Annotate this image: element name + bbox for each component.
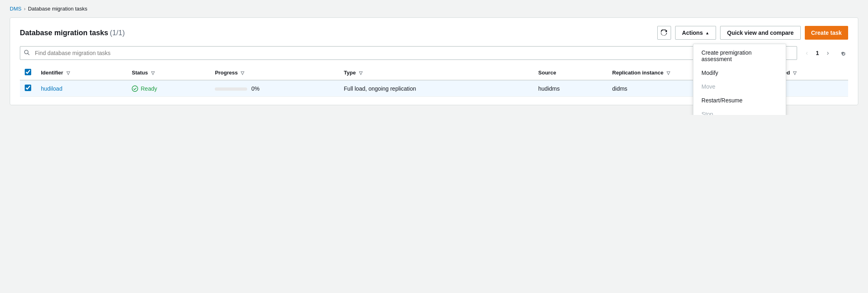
- quick-view-label: Quick view and compare: [727, 30, 793, 36]
- row-type-cell: Full load, ongoing replication: [339, 80, 534, 97]
- actions-chevron-icon: ▲: [705, 31, 709, 35]
- panel-title-text: Database migration tasks: [20, 29, 108, 37]
- refresh-button[interactable]: [657, 26, 671, 40]
- pagination-prev-button[interactable]: ‹: [801, 47, 812, 59]
- row-replication-value: didms: [612, 85, 627, 92]
- create-task-label: Create task: [811, 30, 842, 36]
- menu-item-restart-resume[interactable]: Restart/Resume: [693, 93, 786, 107]
- main-panel: Database migration tasks (1/1) Actions ▲…: [10, 17, 858, 105]
- menu-item-stop: Stop: [693, 107, 786, 115]
- row-source-value: hudidms: [538, 85, 560, 92]
- pagination: ‹ 1 ›: [801, 47, 848, 59]
- refresh-icon: [661, 30, 667, 36]
- actions-dropdown-menu: Create premigration assessment Modify Mo…: [693, 44, 786, 115]
- col-replication-sort-icon: ▽: [667, 70, 670, 76]
- pagination-page-number: 1: [816, 50, 819, 56]
- svg-point-2: [132, 86, 138, 91]
- gear-icon: [839, 50, 846, 56]
- row-status-value: Ready: [132, 85, 205, 92]
- row-identifier-cell: hudiload: [36, 80, 127, 97]
- col-status-sort-icon: ▽: [151, 70, 154, 76]
- col-progress-label: Progress: [215, 70, 237, 76]
- col-replication-label: Replication instance: [612, 70, 663, 76]
- actions-label: Actions: [682, 30, 703, 36]
- menu-item-modify[interactable]: Modify: [693, 66, 786, 80]
- row-progress-label: 0%: [251, 85, 259, 92]
- row-progress-bar: [215, 87, 247, 91]
- header-actions: Actions ▲ Create premigration assessment…: [657, 26, 848, 40]
- breadcrumb-separator: ›: [24, 6, 26, 12]
- create-task-button[interactable]: Create task: [805, 26, 849, 40]
- breadcrumb-dms-link[interactable]: DMS: [10, 6, 21, 12]
- row-status-cell: Ready: [127, 80, 210, 97]
- menu-item-create-premigration[interactable]: Create premigration assessment: [693, 46, 786, 66]
- col-type: Type ▽: [339, 66, 534, 80]
- menu-item-move: Move: [693, 80, 786, 93]
- search-icon: [24, 50, 30, 57]
- select-all-header: [20, 66, 36, 80]
- quick-view-button[interactable]: Quick view and compare: [720, 26, 800, 40]
- panel-header: Database migration tasks (1/1) Actions ▲…: [20, 26, 848, 40]
- row-status-text: Ready: [141, 85, 157, 92]
- row-type-value: Full load, ongoing replication: [344, 85, 416, 92]
- col-type-label: Type: [344, 70, 356, 76]
- col-identifier: Identifier ▽: [36, 66, 127, 80]
- breadcrumb: DMS › Database migration tasks: [0, 0, 868, 17]
- col-type-sort-icon: ▽: [359, 70, 362, 76]
- actions-button[interactable]: Actions ▲: [675, 26, 716, 40]
- col-status: Status ▽: [127, 66, 210, 80]
- col-status-label: Status: [132, 70, 148, 76]
- col-source-label: Source: [538, 70, 556, 76]
- panel-title: Database migration tasks (1/1): [20, 29, 125, 37]
- pagination-settings-button[interactable]: [837, 47, 848, 59]
- search-input-wrap: [20, 46, 797, 60]
- status-ready-icon: [132, 85, 138, 92]
- pagination-next-button[interactable]: ›: [822, 47, 834, 59]
- svg-line-1: [28, 53, 30, 55]
- search-input[interactable]: [20, 46, 797, 60]
- row-progress-cell: 0%: [210, 80, 339, 97]
- breadcrumb-current-page: Database migration tasks: [28, 6, 88, 12]
- actions-dropdown-wrap: Actions ▲ Create premigration assessment…: [675, 26, 716, 40]
- col-progress-sort-icon: ▽: [241, 70, 244, 76]
- col-source: Source: [533, 66, 607, 80]
- col-progress: Progress ▽: [210, 66, 339, 80]
- select-all-checkbox[interactable]: [25, 69, 31, 75]
- col-identifier-sort-icon: ▽: [66, 70, 70, 76]
- col-started-sort-icon: ▽: [793, 70, 796, 76]
- col-identifier-label: Identifier: [41, 70, 63, 76]
- row-identifier-link[interactable]: hudiload: [41, 85, 62, 92]
- row-checkbox[interactable]: [25, 85, 31, 91]
- panel-count: (1/1): [110, 29, 125, 37]
- row-source-cell: hudidms: [533, 80, 607, 97]
- row-select-cell: [20, 80, 36, 97]
